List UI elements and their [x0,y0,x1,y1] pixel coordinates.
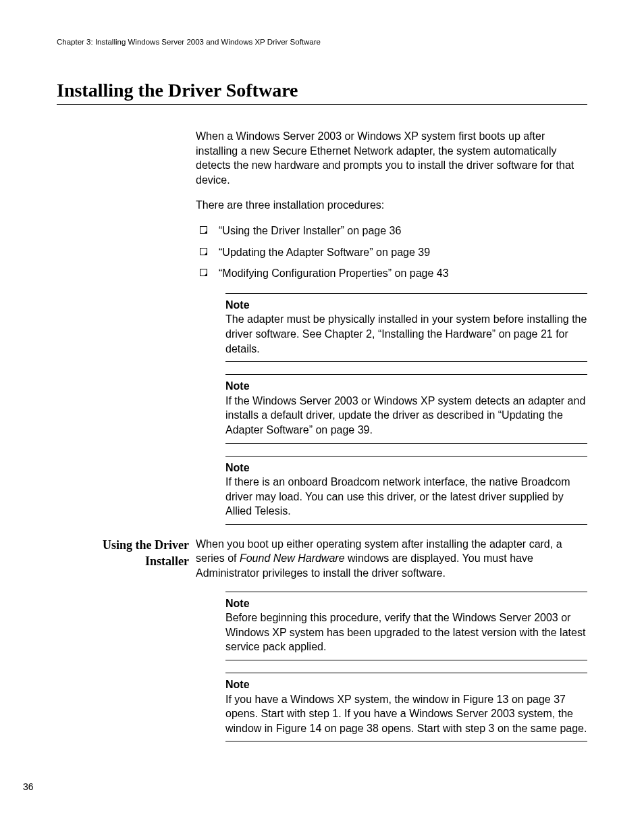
note-title: Note [225,677,587,692]
procedures-list: “Using the Driver Installer” on page 36 … [196,224,587,281]
note-block: Note If you have a Windows XP system, th… [225,673,587,741]
note-body: The adapter must be physically installed… [225,312,587,356]
note-body: If there is an onboard Broadcom network … [225,475,587,519]
checkbox-icon [200,248,207,255]
list-item: “Updating the Adapter Software” on page … [196,245,587,260]
list-item: “Modifying Configuration Properties” on … [196,266,587,281]
section2-paragraph: When you boot up either operating system… [196,537,587,581]
page-title: Installing the Driver Software [57,80,587,105]
note-block: Note If there is an onboard Broadcom net… [225,456,587,525]
note-body: If the Windows Server 2003 or Windows XP… [225,394,587,438]
side-heading-line: Using the Driver [103,538,189,552]
side-column-blank-1 [57,129,189,537]
side-heading-using-driver-installer: Using the Driver Installer [57,537,189,754]
side-heading-line: Installer [145,554,189,568]
intro-paragraph: When a Windows Server 2003 or Windows XP… [196,129,587,187]
note-body: If you have a Windows XP system, the win… [225,692,587,736]
note-title: Note [225,298,587,313]
note-body: Before beginning this procedure, verify … [225,610,587,654]
checkbox-icon [200,269,207,276]
intro-block: When a Windows Server 2003 or Windows XP… [196,129,587,537]
list-item-label: “Updating the Adapter Software” on page … [219,246,430,258]
body-area: When a Windows Server 2003 or Windows XP… [57,129,587,754]
note-block: Note Before beginning this procedure, ve… [225,592,587,660]
page: Chapter 3: Installing Windows Server 200… [0,0,644,834]
list-item-label: “Using the Driver Installer” on page 36 [219,225,401,236]
list-item: “Using the Driver Installer” on page 36 [196,224,587,238]
text-run-italic: Found New Hardware [240,552,345,564]
note-title: Note [225,461,587,475]
checkbox-icon [200,226,207,234]
page-number: 36 [23,781,34,792]
running-header: Chapter 3: Installing Windows Server 200… [57,38,587,46]
list-item-label: “Modifying Configuration Properties” on … [219,267,449,279]
note-block: Note The adapter must be physically inst… [225,293,587,362]
procedures-intro: There are three installation procedures: [196,198,587,213]
section2-block: When you boot up either operating system… [196,537,587,754]
note-block: Note If the Windows Server 2003 or Windo… [225,374,587,443]
note-title: Note [225,379,587,394]
note-title: Note [225,596,587,611]
